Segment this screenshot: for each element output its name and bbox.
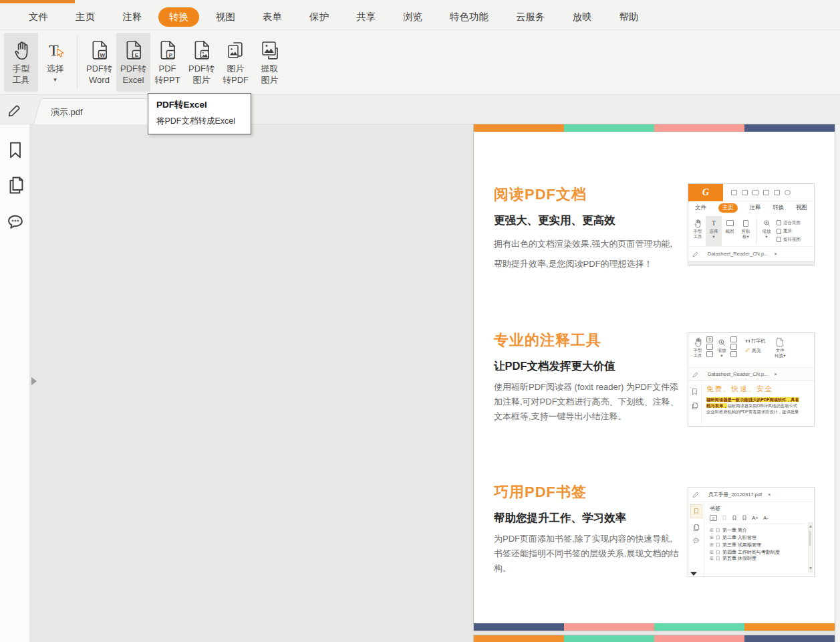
mini-hand-tool: 手型工具	[690, 335, 705, 358]
mini-tab-close: ×	[774, 371, 777, 377]
file-tab[interactable]: 演示.pdf	[41, 98, 156, 124]
menu-item-file[interactable]: 文件	[29, 7, 48, 27]
vertical-scrollbar[interactable]	[835, 124, 840, 642]
mini-bookmark-icon	[691, 388, 698, 396]
mini-view-options: 适合页面 重排 旋转视图	[777, 216, 801, 246]
mini-doc-text: 福昕阅读器是一款功能强大的PDF阅读软件，具有 档与表单，福昕阅读器采用Offi…	[706, 397, 811, 415]
image-to-pdf-button[interactable]: 图片 转PDF	[219, 33, 253, 92]
document-tab-bar: 演示.pdf	[0, 95, 840, 124]
pdf-to-ppt-button[interactable]: P PDF 转PPT	[150, 33, 184, 92]
mini-tab-close: ×	[774, 251, 777, 257]
pdf-to-word-icon: W	[91, 37, 108, 63]
mini-tab-close: ×	[768, 492, 771, 498]
mini-zoom-tool: 缩放▾	[758, 216, 775, 246]
bookmark-item[interactable]: ⊞ 第二章 入职管理	[710, 534, 806, 541]
bookmark-item[interactable]: ⊞ 第一章 简介	[710, 526, 806, 534]
mini-file-tab: Datasheet_Reader_CN.p... ×	[688, 247, 814, 261]
mini-file-tab: 员工手册_20120917.pdf ×	[688, 488, 814, 502]
menu-item-help[interactable]: 帮助	[619, 7, 639, 27]
menu-item-view[interactable]: 视图	[216, 7, 235, 27]
hand-icon	[13, 37, 30, 63]
extract-image-button[interactable]: 提取 图片	[253, 33, 287, 92]
mini-scrollbar[interactable]	[808, 522, 813, 572]
expand-list-icon: ≡	[710, 515, 717, 521]
pdf-to-excel-button[interactable]: E PDF转 Excel	[116, 33, 150, 92]
hand-tool-button[interactable]: 手型 工具	[4, 33, 38, 92]
pdf-to-word-button[interactable]: W PDF转 Word	[82, 33, 116, 92]
extract-image-icon	[261, 37, 279, 63]
bookmark-icon-disabled	[722, 515, 727, 521]
comments-panel-icon[interactable]	[6, 213, 25, 234]
pages-panel-icon[interactable]	[6, 175, 25, 198]
image-to-pdf-icon	[227, 37, 245, 63]
ribbon-toolbar: 手型 工具 T 选择 ▾ W	[0, 30, 840, 95]
section-body: 使用福昕PDF阅读器 (foxit reader) 为PDF文件添加注释,可对P…	[494, 380, 680, 424]
section-subheading: 帮助您提升工作、学习效率	[494, 511, 686, 526]
bookmark-item[interactable]: ⊞ 第五章 休假制度	[710, 556, 806, 561]
next-bookmark-icon	[742, 515, 747, 521]
mini-menu-view: 视图	[796, 204, 807, 212]
mini-sidebar	[688, 502, 704, 576]
bookmark-list: ⊞ 第一章 简介 ⊞ 第二章 入职管理 ⊞ 第三章 试用期管理	[710, 526, 806, 561]
mini-quick-access-bar: G	[688, 184, 814, 201]
menu-item-share[interactable]: 共享	[356, 7, 376, 27]
bookmarks-panel-toolbar: ≡ A+ A-	[710, 515, 806, 524]
mini-menu-comment: 注释	[750, 204, 761, 212]
page-bottom-color-strip	[474, 623, 835, 631]
mini-pages-icon	[691, 402, 698, 410]
menu-item-form[interactable]: 表单	[263, 7, 282, 27]
mini-menu-file: 文件	[695, 204, 706, 212]
tooltip-title: PDF转Excel	[156, 99, 243, 111]
section-subheading: 更强大、更实用、更高效	[494, 213, 686, 228]
mini-toolbar: 手型工具 T 缩放▾ TI 打字机 高亮	[688, 333, 814, 368]
mini-comments-icon	[692, 537, 700, 544]
scroll-down-indicator	[690, 572, 697, 576]
menu-item-protect[interactable]: 保护	[309, 7, 329, 27]
mini-file-convert: 文件转换▾	[772, 335, 788, 358]
foxit-reader-window: 文件 主页 注释 转换 视图 表单 保护 共享 浏览 特色功能 云服务 放映 帮…	[0, 0, 840, 642]
menu-item-cloud[interactable]: 云服务	[516, 7, 545, 27]
pdf-to-ppt-icon: P	[159, 37, 176, 63]
annotate-pencil-icon[interactable]	[7, 102, 23, 122]
mini-select-tool: T 选择▾	[706, 216, 722, 246]
pdf-to-image-button[interactable]: PDF转 图片	[184, 33, 219, 92]
section-body: 拥有出色的文档渲染效果,强大的页面管理功能,帮助提升效率,是您阅读PDF的理想选…	[494, 234, 680, 274]
menu-item-convert-active[interactable]: 转换	[158, 7, 199, 27]
mini-bookmarks-panel: 书签 ≡ A+ A- ⊞ 第一章 简介	[704, 502, 814, 576]
mail-icon	[763, 190, 769, 195]
mini-canvas-strip	[688, 261, 814, 265]
main-menu: 文件 主页 注释 转换 视图 表单 保护 共享 浏览 特色功能 云服务 放映 帮…	[29, 7, 639, 27]
section-read-pdf: 阅读PDF文档 更强大、更实用、更高效 拥有出色的文档渲染效果,强大的页面管理功…	[494, 185, 686, 274]
screenshot-bookmarks-ui: 员工手册_20120917.pdf × 书签 ≡	[688, 487, 815, 577]
menu-item-comment[interactable]: 注释	[122, 7, 142, 27]
mini-typewriter-group: TI 打字机 高亮	[745, 335, 765, 354]
mini-page-stack	[730, 335, 737, 357]
section-heading: 阅读PDF文档	[494, 185, 686, 205]
foxit-logo: G	[688, 184, 723, 201]
print-icon	[752, 190, 758, 195]
bookmark-item[interactable]: ⊞ 第三章 试用期管理	[710, 541, 806, 548]
menu-item-home[interactable]: 主页	[76, 7, 95, 27]
mini-sidebar	[688, 381, 702, 426]
file-tab-label: 演示.pdf	[51, 107, 83, 117]
bookmark-item[interactable]: ⊞ 第四章 工作时间与考勤制度	[710, 548, 806, 556]
mini-select-stack: T	[706, 335, 713, 357]
select-tool-button[interactable]: T 选择 ▾	[38, 33, 72, 92]
panel-expand-arrow[interactable]	[31, 377, 37, 385]
undo-icon	[785, 190, 791, 195]
mini-menu-convert: 转换	[773, 204, 784, 212]
pdf-to-excel-tooltip: PDF转Excel 将PDF文档转成Excel	[148, 93, 251, 134]
menu-item-features[interactable]: 特色功能	[450, 7, 488, 27]
top-accent-strip	[0, 0, 75, 3]
menu-item-present[interactable]: 放映	[573, 7, 592, 27]
mini-menu-home-active: 主页	[718, 203, 738, 213]
bookmarks-panel-icon[interactable]	[6, 140, 25, 163]
tooltip-body: 将PDF文档转成Excel	[156, 116, 243, 127]
mini-zoom-tool: 缩放▾	[714, 335, 729, 358]
mini-bookmark-icon-active	[690, 504, 702, 518]
navigation-sidebar	[0, 124, 30, 642]
section-bookmarks: 巧用PDF书签 帮助您提升工作、学习效率 为PDF页面添加书签,除了实现内容的快…	[494, 482, 686, 576]
mini-file-tab: Datasheet_Reader_CN.p... ×	[688, 368, 814, 381]
section-body: 为PDF页面添加书签,除了实现内容的快速导航,书签还能指明不同书签的层级关系,展…	[494, 532, 680, 576]
menu-item-browse[interactable]: 浏览	[403, 7, 422, 27]
